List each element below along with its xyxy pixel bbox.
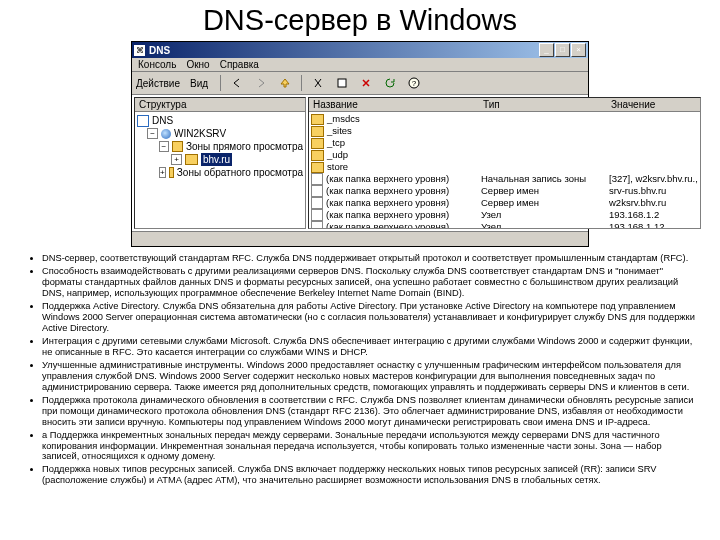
record-icon (311, 185, 323, 197)
col-name[interactable]: Название (313, 99, 483, 110)
col-value[interactable]: Значение (611, 99, 696, 110)
help-icon[interactable]: ? (404, 74, 424, 92)
bullet-item: а Поддержка инкрементных зональных перед… (42, 430, 696, 463)
tree-zone-selected[interactable]: +bhv.ru (137, 153, 303, 166)
list-pane: Название Тип Значение _msdcs_sites_tcp_u… (308, 97, 701, 229)
separator (301, 75, 302, 91)
svg-text:?: ? (412, 79, 417, 88)
menu-window[interactable]: Окно (186, 59, 209, 70)
delete-icon[interactable] (356, 74, 376, 92)
record-icon (311, 221, 323, 228)
expand-icon[interactable]: + (171, 154, 182, 165)
bullet-item: Поддержка Active Directory. Служба DNS о… (42, 301, 696, 334)
list-row[interactable]: _sites (309, 125, 700, 137)
list-row[interactable]: store (309, 161, 700, 173)
toolbar-view[interactable]: Вид (190, 78, 208, 89)
menubar: Консоль Окно Справка (132, 58, 588, 72)
tree-pane: Структура DNS −WIN2KSRV −Зоны прямого пр… (134, 97, 306, 229)
titlebar: ⌘ DNS _ □ × (132, 42, 588, 58)
body-bullets: DNS-сервер, соответствующий стандартам R… (24, 253, 696, 486)
app-icon: ⌘ (134, 45, 145, 56)
folder-icon (311, 138, 324, 149)
forward-icon[interactable] (251, 74, 271, 92)
folder-icon (172, 141, 183, 152)
col-type[interactable]: Тип (483, 99, 611, 110)
tree-server[interactable]: −WIN2KSRV (137, 127, 303, 140)
bullet-item: Интеграция с другими сетевыми службами M… (42, 336, 696, 358)
svg-rect-0 (338, 79, 346, 87)
back-icon[interactable] (227, 74, 247, 92)
toolbar-action[interactable]: Действие (136, 78, 180, 89)
list-row[interactable]: (как папка верхнего уровня)Узел193.168.1… (309, 209, 700, 221)
bullet-item: Поддержка новых типов ресурсных записей.… (42, 464, 696, 486)
bullet-item: Поддержка протокола динамического обновл… (42, 395, 696, 428)
record-icon (311, 197, 323, 209)
tree-fwd-zones[interactable]: −Зоны прямого просмотра (137, 140, 303, 153)
tree-root[interactable]: DNS (137, 114, 303, 127)
expand-icon[interactable]: + (159, 167, 166, 178)
list-row[interactable]: (как папка верхнего уровня)Сервер именsr… (309, 185, 700, 197)
folder-icon (311, 162, 324, 173)
window-title: DNS (149, 45, 539, 56)
server-icon (161, 129, 171, 139)
list-row[interactable]: (как папка верхнего уровня)Начальная зап… (309, 173, 700, 185)
collapse-icon[interactable]: − (147, 128, 158, 139)
folder-icon (311, 150, 324, 161)
minimize-button[interactable]: _ (539, 43, 554, 57)
cut-icon[interactable] (308, 74, 328, 92)
list-row[interactable]: (как папка верхнего уровня)Узел193.168.1… (309, 221, 700, 228)
refresh-icon[interactable] (380, 74, 400, 92)
folder-icon (185, 154, 198, 165)
up-icon[interactable] (275, 74, 295, 92)
dns-mmc-screenshot: ⌘ DNS _ □ × Консоль Окно Справка Действи… (131, 41, 589, 247)
bullet-item: DNS-сервер, соответствующий стандартам R… (42, 253, 696, 264)
folder-icon (311, 126, 324, 137)
maximize-button[interactable]: □ (555, 43, 570, 57)
list-header: Название Тип Значение (309, 98, 700, 112)
separator (220, 75, 221, 91)
statusbar (132, 231, 588, 246)
properties-icon[interactable] (332, 74, 352, 92)
list-row[interactable]: _udp (309, 149, 700, 161)
list-row[interactable]: _tcp (309, 137, 700, 149)
workarea: Структура DNS −WIN2KSRV −Зоны прямого пр… (132, 95, 588, 231)
tree-header: Структура (135, 98, 305, 112)
bullet-item: Способность взаимодействовать с другими … (42, 266, 696, 299)
folder-icon (169, 167, 174, 178)
collapse-icon[interactable]: − (159, 141, 169, 152)
close-button[interactable]: × (571, 43, 586, 57)
record-icon (311, 173, 323, 185)
service-icon (137, 115, 149, 127)
bullet-item: Улучшенные административные инструменты.… (42, 360, 696, 393)
toolbar: Действие Вид ? (132, 72, 588, 95)
record-icon (311, 209, 323, 221)
menu-help[interactable]: Справка (220, 59, 259, 70)
menu-console[interactable]: Консоль (138, 59, 176, 70)
tree-rev-zones[interactable]: +Зоны обратного просмотра (137, 166, 303, 179)
list-row[interactable]: (как папка верхнего уровня)Сервер именw2… (309, 197, 700, 209)
folder-icon (311, 114, 324, 125)
page-title: DNS-сервер в Windows (24, 4, 696, 37)
list-row[interactable]: _msdcs (309, 113, 700, 125)
list-body: _msdcs_sites_tcp_udpstore(как папка верх… (309, 112, 700, 228)
